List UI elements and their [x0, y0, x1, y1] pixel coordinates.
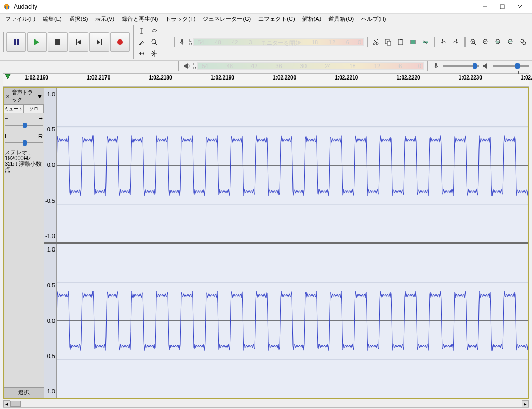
meter-lr-label: LR — [189, 38, 192, 46]
svg-rect-32 — [398, 39, 403, 45]
track-waveform-view[interactable]: 1.00.50.0-0.5-1.0 1.00.50.0-0.5-1.0 — [44, 88, 528, 398]
menu-解析[interactable]: 解析(A) — [299, 14, 325, 24]
stop-button[interactable] — [48, 32, 68, 52]
svg-rect-11 — [76, 39, 77, 45]
svg-marker-52 — [184, 63, 188, 69]
transport-toolbar — [3, 32, 130, 52]
undo-icon[interactable] — [437, 37, 449, 47]
channel-right[interactable]: 1.00.50.0-0.5-1.0 — [44, 244, 528, 398]
track-name[interactable]: 音声トラック — [12, 89, 36, 103]
speaker-icon[interactable] — [181, 61, 192, 71]
rec-volume-mic-icon — [430, 61, 442, 71]
selection-tool-icon[interactable] — [136, 25, 148, 36]
multi-tool-icon[interactable] — [149, 48, 160, 59]
toolbar-area-2: LR -54-48-42-36-30-24-18-12-60 — [0, 61, 532, 73]
mixer-toolbar — [427, 61, 529, 71]
svg-rect-4 — [500, 5, 504, 9]
copy-icon[interactable] — [382, 37, 394, 47]
svg-rect-7 — [14, 39, 16, 45]
track-menu-chevron-icon[interactable]: ▼ — [37, 93, 43, 99]
svg-marker-14 — [97, 39, 100, 45]
menu-録音と再生[interactable]: 録音と再生(N) — [118, 14, 161, 24]
titlebar: Audacity — [0, 0, 532, 14]
menu-ヘルプ[interactable]: ヘルプ(H) — [358, 14, 389, 24]
menu-編集[interactable]: 編集(E) — [39, 14, 65, 24]
menu-ジェネレーター[interactable]: ジェネレーター(G) — [200, 14, 254, 24]
record-button[interactable] — [110, 32, 130, 52]
fit-project-icon[interactable] — [505, 37, 516, 47]
pause-button[interactable] — [6, 32, 26, 52]
solo-button[interactable]: ソロ — [24, 104, 44, 113]
menu-エフェクト[interactable]: エフェクト(C) — [255, 14, 298, 24]
toolbar-area: LR -54-48-42-3モニターを開始-18-12-60 — [0, 24, 532, 61]
play-meter-toolbar: LR -54-48-42-36-30-24-18-12-60 — [178, 61, 424, 71]
minimize-button[interactable] — [476, 1, 494, 12]
zoom-tool-icon[interactable] — [149, 37, 160, 47]
skip-start-button[interactable] — [69, 32, 88, 52]
svg-point-27 — [376, 43, 378, 45]
zoom-in-icon[interactable] — [468, 37, 479, 47]
menu-選択[interactable]: 選択(S) — [66, 14, 91, 24]
svg-point-15 — [117, 39, 123, 45]
svg-rect-13 — [101, 39, 102, 45]
silence-icon[interactable] — [420, 37, 431, 47]
record-meter[interactable]: -54-48-42-3モニターを開始-18-12-60 — [193, 38, 364, 46]
timeline-ruler[interactable]: 1:02.21601:02.21701:02.21801:02.21901:02… — [3, 73, 529, 87]
svg-marker-54 — [483, 63, 487, 69]
svg-point-51 — [523, 42, 526, 45]
fit-selection-icon[interactable] — [493, 37, 504, 47]
playback-meter[interactable]: -54-48-42-36-30-24-18-12-60 — [197, 62, 424, 70]
rec-volume-slider[interactable] — [443, 62, 479, 70]
menu-ファイル[interactable]: ファイル(F) — [2, 14, 38, 24]
window-title: Audacity — [14, 3, 476, 10]
mute-button[interactable]: ミュート — [4, 104, 24, 113]
track-select-button[interactable]: 選択 — [18, 389, 30, 395]
menubar: ファイル(F)編集(E)選択(S)表示(V)録音と再生(N)トラック(T)ジェネ… — [0, 14, 532, 24]
svg-marker-23 — [143, 52, 144, 55]
svg-rect-24 — [181, 39, 183, 43]
menu-表示[interactable]: 表示(V) — [92, 14, 117, 24]
zoom-toggle-icon[interactable] — [517, 37, 529, 47]
gain-slider[interactable] — [5, 122, 43, 129]
paste-icon[interactable] — [395, 37, 406, 47]
track-close-button[interactable]: ✕ — [5, 93, 11, 99]
svg-rect-31 — [387, 41, 391, 45]
cut-icon[interactable] — [370, 37, 381, 47]
play-volume-slider[interactable] — [493, 62, 529, 70]
scroll-right-arrow-icon[interactable]: ▸ — [522, 400, 529, 407]
scroll-left-arrow-icon[interactable]: ◂ — [3, 400, 10, 407]
zoom-toolbar — [464, 37, 529, 47]
svg-rect-2 — [8, 6, 9, 9]
timeshift-tool-icon[interactable] — [136, 48, 148, 59]
maximize-button[interactable] — [494, 1, 511, 12]
redo-icon[interactable] — [450, 37, 461, 47]
track-format-info: ステレオ、192000Hz 32bit 浮動小数点 — [4, 149, 44, 174]
mic-icon[interactable] — [177, 37, 188, 47]
play-button[interactable] — [27, 32, 47, 52]
svg-line-20 — [155, 43, 157, 45]
svg-marker-22 — [139, 52, 141, 55]
menu-トラック[interactable]: トラック(T) — [162, 14, 198, 24]
draw-tool-icon[interactable] — [136, 37, 148, 47]
pan-slider-row: LR — [4, 131, 44, 149]
svg-point-19 — [152, 39, 156, 44]
svg-rect-1 — [5, 6, 6, 9]
pan-slider[interactable] — [5, 139, 43, 147]
tracks-area: ✕ 音声トラック ▼ ミュート ソロ −+ LR ステレオ、192000Hz 3… — [3, 87, 529, 399]
svg-rect-47 — [496, 41, 499, 43]
rec-meter-toolbar: LR -54-48-42-3モニターを開始-18-12-60 — [174, 37, 364, 47]
play-volume-spk-icon — [480, 61, 491, 71]
app-logo-icon — [3, 3, 10, 10]
skip-end-button[interactable] — [89, 32, 109, 52]
envelope-tool-icon[interactable] — [149, 25, 160, 36]
svg-line-44 — [487, 43, 489, 45]
zoom-out-icon[interactable] — [480, 37, 491, 47]
trim-icon[interactable] — [407, 37, 419, 47]
horizontal-scrollbar[interactable]: ◂ ▸ — [3, 400, 529, 408]
menu-道具箱[interactable]: 道具箱(O) — [325, 14, 357, 24]
scrollbar-thumb[interactable] — [10, 401, 21, 407]
close-button[interactable] — [511, 1, 529, 12]
tools-toolbar — [133, 25, 170, 59]
channel-left[interactable]: 1.00.50.0-0.5-1.0 — [44, 88, 528, 244]
svg-marker-12 — [77, 39, 81, 45]
